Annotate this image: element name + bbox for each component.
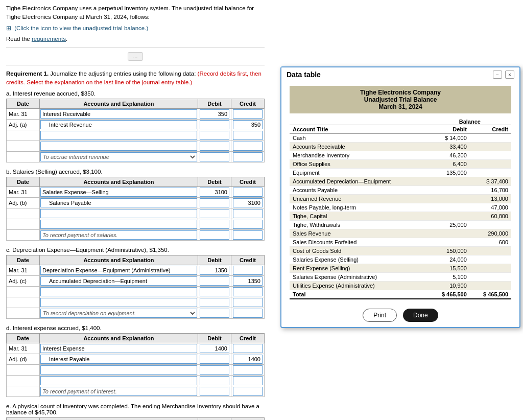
table-row: Sales Discounts Forfeited600 (290, 238, 511, 247)
col-date-d: Date (7, 333, 40, 343)
credit-cell (470, 247, 511, 255)
account-input[interactable] (40, 209, 197, 218)
account-cell: Total (290, 290, 429, 299)
modal-title: Data table (287, 71, 321, 79)
debit-input[interactable] (200, 109, 229, 119)
account-input[interactable] (40, 266, 197, 275)
credit-input[interactable] (233, 230, 263, 240)
table-row (7, 229, 265, 240)
requirements-link[interactable]: requirements (32, 36, 66, 42)
credit-input[interactable] (233, 387, 263, 396)
debit-cell (429, 195, 470, 203)
account-input[interactable] (40, 131, 197, 140)
account-input[interactable] (40, 198, 197, 207)
debit-input[interactable] (200, 120, 229, 129)
explanation-input[interactable] (40, 230, 197, 240)
debit-input[interactable] (200, 344, 229, 353)
date-cell: Mar. 31 (7, 108, 40, 119)
credit-input[interactable] (233, 298, 263, 307)
debit-input[interactable] (200, 220, 229, 229)
account-cell (40, 354, 198, 364)
debit-cell (198, 186, 231, 197)
credit-cell (231, 343, 265, 354)
account-cell (40, 265, 198, 275)
col-account-d: Accounts and Explanation (40, 333, 198, 343)
debit-input[interactable] (200, 276, 229, 286)
data-table-container: Tighe Electronics Company Unadjusted Tri… (281, 82, 519, 304)
explanation-select[interactable]: To accrue interest revenue (40, 152, 197, 161)
account-input[interactable] (40, 142, 197, 151)
collapse-button[interactable]: ... (128, 52, 143, 61)
explanation-select[interactable]: To record depreciation on equipment. (40, 309, 197, 318)
account-cell (40, 197, 198, 208)
credit-input[interactable] (233, 276, 263, 286)
debit-input[interactable] (200, 298, 229, 307)
credit-input[interactable] (233, 109, 263, 119)
credit-input[interactable] (233, 266, 263, 275)
account-cell (40, 130, 198, 141)
credit-input[interactable] (233, 344, 263, 353)
credit-input[interactable] (233, 309, 263, 318)
account-input[interactable] (40, 220, 197, 229)
account-input[interactable] (40, 276, 197, 286)
account-input[interactable] (40, 109, 197, 119)
debit-input[interactable] (200, 365, 229, 375)
credit-input[interactable] (233, 220, 263, 229)
debit-input[interactable] (200, 152, 229, 161)
account-input[interactable] (40, 355, 197, 364)
account-input[interactable] (40, 365, 197, 375)
credit-input[interactable] (233, 152, 263, 161)
credit-input[interactable] (233, 287, 263, 296)
trial-balance-link[interactable]: (Click the icon to view the unadjusted t… (14, 25, 148, 31)
account-cell: Office Supplies (290, 160, 429, 169)
debit-input[interactable] (200, 209, 229, 218)
debit-input[interactable] (200, 188, 229, 197)
debit-input[interactable] (200, 131, 229, 140)
account-input[interactable] (40, 344, 197, 353)
credit-input[interactable] (233, 198, 263, 207)
debit-input[interactable] (200, 387, 229, 396)
debit-input[interactable] (200, 198, 229, 207)
credit-input[interactable] (233, 188, 263, 197)
credit-input[interactable] (233, 365, 263, 375)
debit-input[interactable] (200, 376, 229, 385)
debit-input[interactable] (200, 287, 229, 296)
col-date-e: Date (7, 417, 40, 420)
grid-icon: ⊞ (6, 25, 11, 31)
debit-input[interactable] (200, 355, 229, 364)
date-cell (7, 375, 40, 386)
credit-cell (231, 265, 265, 275)
credit-input[interactable] (233, 142, 263, 151)
debit-input[interactable] (200, 309, 229, 318)
debit-cell (198, 343, 231, 354)
minimize-button[interactable]: − (493, 71, 502, 79)
done-button[interactable]: Done (403, 309, 438, 322)
date-cell (7, 386, 40, 396)
credit-input[interactable] (233, 120, 263, 129)
account-input[interactable] (40, 376, 197, 385)
account-input[interactable] (40, 188, 197, 197)
credit-input[interactable] (233, 376, 263, 385)
col-credit-header: Credit (470, 125, 511, 134)
debit-input[interactable] (200, 266, 229, 275)
account-cell (40, 343, 198, 354)
account-input[interactable] (40, 120, 197, 129)
credit-input[interactable] (233, 355, 263, 364)
debit-cell (198, 197, 231, 208)
debit-cell (198, 375, 231, 386)
debit-input[interactable] (200, 230, 229, 240)
close-button[interactable]: × (505, 71, 514, 79)
credit-input[interactable] (233, 209, 263, 218)
table-row (7, 375, 265, 386)
table-row (7, 130, 265, 141)
explanation-input[interactable] (40, 387, 197, 396)
account-input[interactable] (40, 298, 197, 307)
credit-input[interactable] (233, 131, 263, 140)
account-cell: To record depreciation on equipment. (40, 308, 198, 318)
table-row: Notes Payable, long-term47,000 (290, 203, 511, 212)
debit-input[interactable] (200, 142, 229, 151)
print-button[interactable]: Print (363, 309, 397, 322)
table-row: To accrue interest revenue (7, 151, 265, 162)
account-input[interactable] (40, 287, 197, 296)
modal-controls: − × (493, 71, 514, 79)
